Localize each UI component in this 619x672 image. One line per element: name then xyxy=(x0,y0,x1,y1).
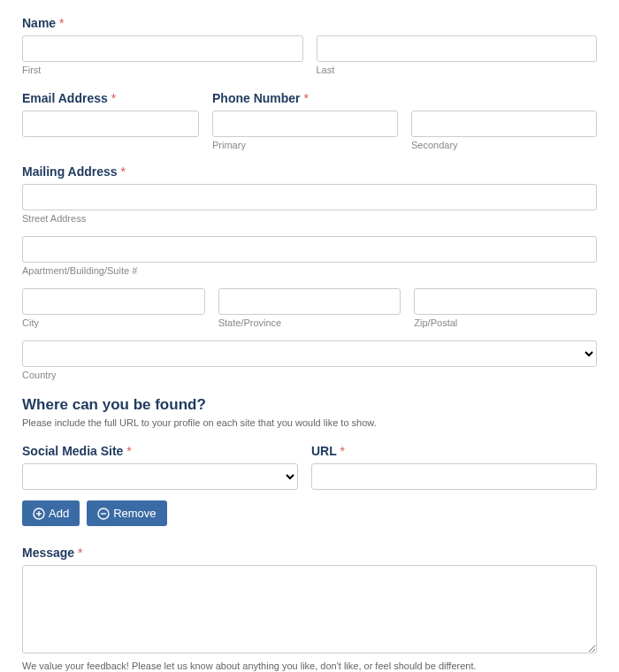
message-group: Message * We value your feedback! Please… xyxy=(22,546,597,671)
where-found-desc: Please include the full URL to your prof… xyxy=(22,417,597,428)
primary-phone-sublabel: Primary xyxy=(212,140,398,150)
name-label: Name * xyxy=(22,16,597,30)
email-input[interactable] xyxy=(22,111,199,137)
phone-label: Phone Number * xyxy=(212,91,597,105)
last-name-input[interactable] xyxy=(317,35,598,62)
required-asterisk: * xyxy=(78,546,82,560)
first-name-input[interactable] xyxy=(22,35,303,62)
email-label: Email Address * xyxy=(22,91,199,105)
first-name-sublabel: First xyxy=(22,65,303,75)
primary-phone-input[interactable] xyxy=(212,111,398,137)
social-label: Social Media Site * xyxy=(22,444,298,458)
message-help: We value your feedback! Please let us kn… xyxy=(22,661,597,671)
mailing-label-text: Mailing Address xyxy=(22,164,118,179)
secondary-phone-sublabel: Secondary xyxy=(411,140,597,150)
social-media-select[interactable] xyxy=(22,463,298,490)
name-label-text: Name xyxy=(22,16,56,30)
minus-circle-icon xyxy=(97,508,110,520)
city-input[interactable] xyxy=(22,288,205,315)
country-select[interactable] xyxy=(22,340,597,367)
zip-sublabel: Zip/Postal xyxy=(414,317,597,328)
required-asterisk: * xyxy=(303,91,308,105)
phone-label-text: Phone Number xyxy=(212,91,301,105)
message-label-text: Message xyxy=(22,546,74,560)
add-button-label: Add xyxy=(49,507,69,520)
required-asterisk: * xyxy=(111,91,116,105)
state-sublabel: State/Province xyxy=(218,317,401,328)
url-label-text: URL xyxy=(311,444,337,458)
where-found-section: Where can you be found? Please include t… xyxy=(22,396,597,428)
secondary-phone-input[interactable] xyxy=(411,111,597,137)
street-address-input[interactable] xyxy=(22,184,597,210)
apartment-input[interactable] xyxy=(22,236,597,263)
last-name-sublabel: Last xyxy=(317,65,598,75)
state-input[interactable] xyxy=(218,288,401,315)
city-sublabel: City xyxy=(22,317,205,328)
message-label: Message * xyxy=(22,546,597,560)
remove-button[interactable]: Remove xyxy=(87,500,166,526)
url-input[interactable] xyxy=(311,463,597,490)
email-label-text: Email Address xyxy=(22,91,108,105)
required-asterisk: * xyxy=(121,164,126,179)
zip-input[interactable] xyxy=(414,288,597,315)
street-sublabel: Street Address xyxy=(22,213,597,224)
social-label-text: Social Media Site xyxy=(22,444,123,458)
required-asterisk: * xyxy=(340,444,344,458)
country-sublabel: Country xyxy=(22,370,597,380)
add-remove-group: Add Remove xyxy=(22,500,597,526)
remove-button-label: Remove xyxy=(113,507,156,520)
message-textarea[interactable] xyxy=(22,565,597,653)
mailing-address-group: Mailing Address * Street Address Apartme… xyxy=(22,164,597,380)
name-field-group: Name * First Last xyxy=(22,16,597,75)
mailing-label: Mailing Address * xyxy=(22,164,597,179)
url-label: URL * xyxy=(311,444,597,458)
required-asterisk: * xyxy=(126,444,131,458)
apartment-sublabel: Apartment/Building/Suite # xyxy=(22,265,597,276)
where-found-title: Where can you be found? xyxy=(22,396,597,414)
plus-circle-icon xyxy=(33,508,45,520)
add-button[interactable]: Add xyxy=(22,500,80,526)
required-asterisk: * xyxy=(59,16,64,30)
